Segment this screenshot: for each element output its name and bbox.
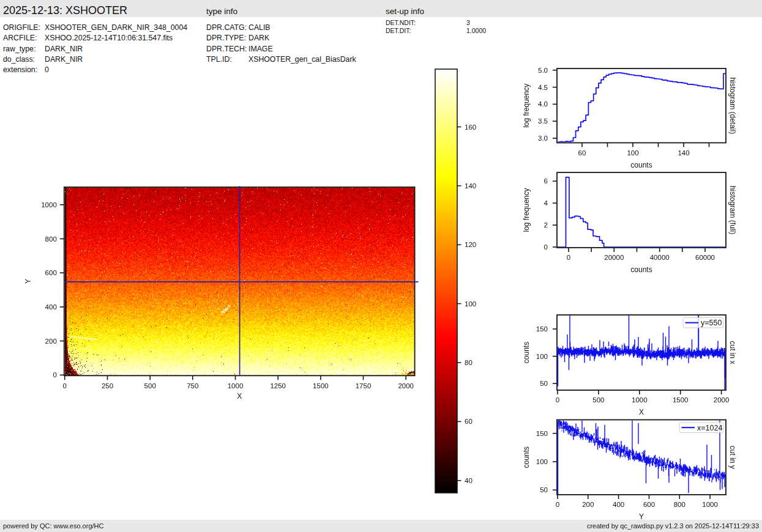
svg-text:cut in y: cut in y (728, 446, 737, 469)
svg-text:750: 750 (187, 382, 198, 390)
svg-text:600: 600 (45, 269, 57, 276)
svg-text:6: 6 (544, 177, 548, 185)
svg-text:250: 250 (102, 382, 113, 390)
svg-text:2000: 2000 (714, 396, 730, 404)
svg-text:100: 100 (536, 458, 548, 465)
svg-text:3.0: 3.0 (538, 135, 548, 142)
svg-text:150: 150 (536, 325, 548, 333)
svg-text:60: 60 (578, 149, 586, 157)
svg-text:140: 140 (465, 182, 476, 190)
svg-text:80: 80 (465, 359, 473, 366)
svg-text:120: 120 (465, 241, 476, 248)
svg-text:40: 40 (465, 477, 473, 484)
svg-text:0: 0 (567, 254, 570, 261)
svg-text:50: 50 (540, 380, 548, 387)
svg-text:0: 0 (544, 243, 548, 251)
svg-text:cut in x: cut in x (728, 341, 737, 364)
svg-text:0: 0 (556, 396, 559, 404)
svg-text:counts: counts (522, 446, 531, 468)
svg-text:100: 100 (627, 149, 638, 157)
svg-text:X: X (639, 408, 644, 416)
svg-text:500: 500 (144, 382, 156, 390)
svg-text:1500: 1500 (673, 396, 689, 404)
svg-text:4.5: 4.5 (538, 84, 548, 91)
svg-text:4.0: 4.0 (538, 100, 548, 108)
svg-text:150: 150 (536, 430, 548, 437)
svg-text:counts: counts (522, 342, 531, 363)
svg-text:100: 100 (536, 353, 548, 360)
svg-text:800: 800 (674, 501, 685, 508)
svg-text:histogram (full): histogram (full) (728, 186, 737, 234)
svg-text:20000: 20000 (604, 254, 624, 261)
svg-text:50: 50 (540, 486, 548, 493)
svg-text:1500: 1500 (313, 382, 329, 390)
svg-text:0: 0 (63, 382, 67, 390)
svg-text:40000: 40000 (650, 254, 670, 261)
svg-text:3.5: 3.5 (538, 117, 548, 125)
svg-text:1750: 1750 (356, 382, 372, 390)
svg-text:140: 140 (678, 149, 689, 157)
svg-text:160: 160 (465, 124, 476, 131)
svg-text:1250: 1250 (270, 382, 286, 390)
svg-text:400: 400 (45, 303, 57, 311)
svg-text:500: 500 (592, 396, 604, 404)
svg-text:1000: 1000 (228, 382, 244, 390)
svg-text:log frequency: log frequency (522, 84, 531, 128)
svg-text:0: 0 (556, 501, 559, 508)
svg-text:200: 200 (582, 501, 594, 508)
svg-text:200: 200 (45, 338, 57, 345)
svg-text:60: 60 (465, 418, 473, 425)
svg-text:5.0: 5.0 (538, 67, 548, 74)
svg-text:y=550: y=550 (701, 319, 722, 327)
svg-text:X: X (237, 392, 242, 401)
svg-text:400: 400 (613, 501, 624, 508)
svg-text:2000: 2000 (398, 382, 414, 390)
svg-text:counts: counts (630, 161, 652, 169)
svg-text:x=1024: x=1024 (697, 424, 722, 432)
svg-text:800: 800 (45, 235, 57, 243)
svg-text:100: 100 (465, 300, 476, 308)
svg-text:counts: counts (630, 265, 652, 274)
svg-text:Y: Y (24, 279, 32, 284)
svg-text:1000: 1000 (702, 501, 718, 508)
svg-text:4: 4 (544, 199, 548, 207)
svg-text:histogram (detail): histogram (detail) (728, 77, 737, 134)
svg-text:600: 600 (643, 501, 655, 508)
svg-text:2: 2 (544, 221, 548, 229)
svg-text:1000: 1000 (632, 396, 648, 404)
svg-text:60000: 60000 (695, 254, 715, 261)
svg-text:1000: 1000 (41, 201, 57, 209)
svg-text:log frequency: log frequency (522, 188, 531, 232)
svg-text:0: 0 (53, 371, 56, 379)
